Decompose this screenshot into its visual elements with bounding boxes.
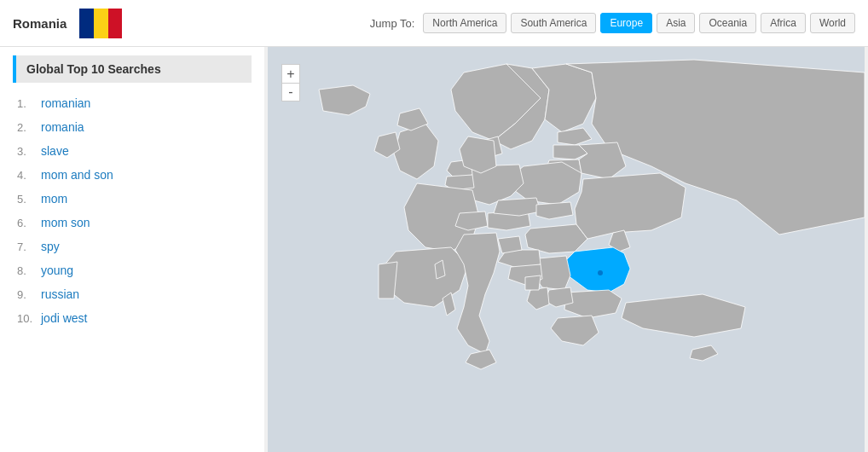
map-area: + - (264, 47, 868, 452)
list-item: 2. romania (13, 115, 252, 139)
rank-8: 8. (17, 264, 41, 277)
search-term-10[interactable]: jodi west (41, 311, 87, 325)
rank-2: 2. (17, 121, 41, 134)
list-item: 5. mom (13, 187, 252, 211)
list-item: 4. mom and son (13, 163, 252, 187)
left-panel: Global Top 10 Searches 1. romanian 2. ro… (0, 47, 264, 452)
search-term-1[interactable]: romanian (41, 96, 90, 110)
rank-5: 5. (17, 193, 41, 206)
nav-europe[interactable]: Europe (600, 13, 652, 33)
search-term-5[interactable]: mom (41, 192, 67, 206)
rank-6: 6. (17, 217, 41, 229)
country-slovenia[interactable] (498, 236, 522, 253)
header: Romania Jump To: North America South Ame… (0, 0, 868, 47)
rank-9: 9. (17, 288, 41, 301)
country-portugal[interactable] (379, 262, 397, 298)
europe-map (264, 47, 868, 452)
zoom-in-button[interactable]: + (281, 64, 300, 83)
jump-to-section: Jump To: North America South America Eur… (370, 13, 855, 33)
search-term-6[interactable]: mom son (41, 216, 90, 229)
flag (79, 9, 122, 38)
nav-oceania[interactable]: Oceania (699, 13, 756, 33)
search-term-9[interactable]: russian (41, 287, 79, 301)
jump-to-label: Jump To: (370, 17, 415, 30)
nav-north-america[interactable]: North America (423, 13, 506, 33)
list-item: 7. spy (13, 235, 252, 258)
zoom-out-button[interactable]: - (281, 83, 300, 101)
country-label: Romania (13, 16, 67, 31)
rank-1: 1. (17, 97, 41, 110)
rank-4: 4. (17, 169, 41, 182)
flag-red (108, 9, 123, 38)
nav-asia[interactable]: Asia (657, 13, 695, 33)
flag-yellow (94, 9, 108, 38)
nav-world[interactable]: World (810, 13, 855, 33)
search-term-3[interactable]: slave (41, 144, 69, 158)
nav-south-america[interactable]: South America (511, 13, 596, 33)
rank-10: 10. (17, 312, 41, 325)
nav-africa[interactable]: Africa (761, 13, 806, 33)
list-item: 9. russian (13, 282, 252, 306)
search-term-2[interactable]: romania (41, 120, 84, 134)
list-item: 10. jodi west (13, 306, 252, 330)
map-controls: + - (281, 64, 300, 101)
search-title: Global Top 10 Searches (13, 55, 252, 83)
rank-7: 7. (17, 240, 41, 253)
flag-blue (79, 9, 94, 38)
list-item: 8. young (13, 258, 252, 282)
search-term-8[interactable]: young (41, 264, 73, 277)
search-term-7[interactable]: spy (41, 240, 60, 253)
list-item: 6. mom son (13, 211, 252, 235)
country-montenegro[interactable] (525, 275, 541, 290)
search-list: 1. romanian 2. romania 3. slave 4. mom a… (13, 91, 252, 330)
rank-3: 3. (17, 145, 41, 158)
romania-center-dot (598, 270, 603, 275)
search-term-4[interactable]: mom and son (41, 168, 113, 182)
list-item: 1. romanian (13, 91, 252, 115)
country-czech[interactable] (494, 198, 541, 216)
list-item: 3. slave (13, 139, 252, 163)
